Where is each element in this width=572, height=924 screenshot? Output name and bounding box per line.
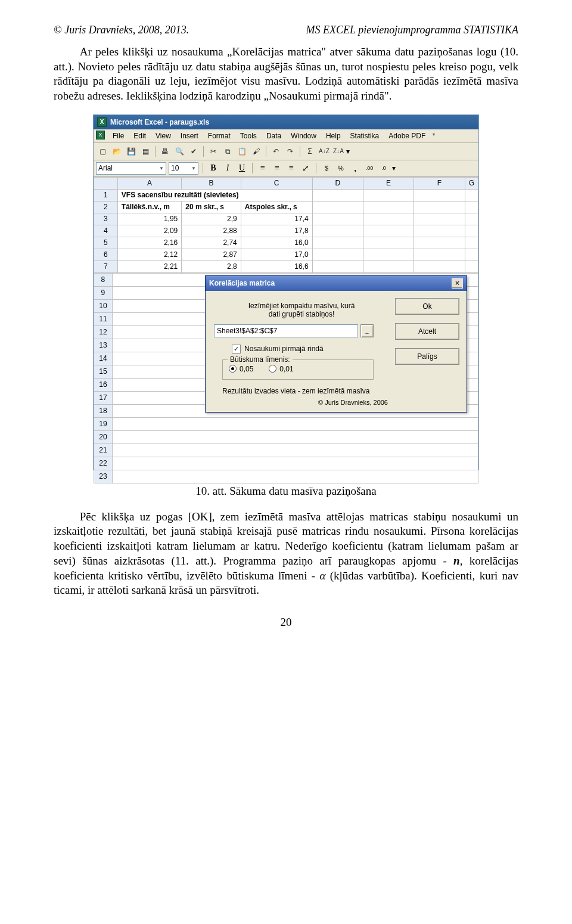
new-icon[interactable]: ▢ bbox=[96, 145, 109, 158]
group-legend: Būtiskuma līmenis: bbox=[228, 355, 293, 364]
spellcheck-icon[interactable]: ✔ bbox=[187, 145, 200, 158]
figure-caption: 10. att. Sākuma datu masīva paziņošana bbox=[54, 485, 518, 498]
menubar: X File Edit View Insert Format Tools Dat… bbox=[94, 129, 478, 143]
korelacijas-dialog: Korelācijas matrica × Iezīmējiet kompakt… bbox=[205, 275, 467, 413]
toolbar-overflow-icon[interactable]: ▾ bbox=[346, 147, 350, 156]
dialog-title: Korelācijas matrica bbox=[209, 279, 275, 287]
table-row[interactable]: 42,092,8817,8 bbox=[94, 225, 478, 237]
preview-icon[interactable]: 🔍 bbox=[173, 145, 186, 158]
dialog-copyright: © Juris Dravnieks, 2006 bbox=[214, 399, 388, 406]
format-painter-icon[interactable]: 🖌 bbox=[250, 145, 263, 158]
underline-icon[interactable]: U bbox=[236, 162, 248, 174]
align-right-icon[interactable]: ≡ bbox=[285, 162, 297, 174]
align-left-icon[interactable]: ≡ bbox=[257, 162, 269, 174]
ok-button[interactable]: Ok bbox=[395, 298, 459, 315]
paragraph-2: Pēc klikšķa uz pogas [OK], zem iezīmētā … bbox=[54, 510, 518, 598]
header-right: MS EXCEL pievienojumprogramma STATISTIKA bbox=[306, 24, 519, 36]
cancel-button[interactable]: Atcelt bbox=[395, 323, 459, 340]
dialog-instruction: Iezīmējiet kompaktu masīvu, kurā dati gr… bbox=[214, 302, 389, 318]
menu-data[interactable]: Data bbox=[262, 131, 285, 141]
header-left: © Juris Dravnieks, 2008, 2013. bbox=[54, 24, 189, 36]
table-row[interactable]: 31,952,917,4 bbox=[94, 213, 478, 225]
align-center-icon[interactable]: ≡ bbox=[271, 162, 283, 174]
dialog-titlebar[interactable]: Korelācijas matrica × bbox=[206, 276, 467, 291]
close-icon[interactable]: × bbox=[452, 278, 463, 289]
currency-icon[interactable]: $ bbox=[321, 162, 332, 174]
open-icon[interactable]: 📂 bbox=[110, 145, 123, 158]
table-row[interactable]: 72,212,816,6 bbox=[94, 261, 478, 272]
col-e[interactable]: E bbox=[363, 177, 414, 189]
dec-decimal-icon[interactable]: .0 bbox=[378, 162, 390, 174]
menu-format[interactable]: Format bbox=[204, 131, 235, 141]
menu-insert[interactable]: Insert bbox=[176, 131, 203, 141]
checkbox-label: Nosaukumi pirmajā rindā bbox=[244, 345, 324, 353]
checkbox-icon: ✓ bbox=[232, 345, 241, 354]
redo-icon[interactable]: ↷ bbox=[284, 145, 297, 158]
font-name-combo[interactable]: Arial▼ bbox=[96, 162, 166, 175]
select-all[interactable] bbox=[94, 177, 118, 189]
menu-statistika[interactable]: Statistika bbox=[346, 131, 384, 141]
col-b[interactable]: B bbox=[182, 177, 241, 189]
autosum-icon[interactable]: Σ bbox=[303, 145, 316, 158]
sort-desc-icon[interactable]: Z↓A bbox=[332, 145, 345, 158]
excel-icon: X bbox=[97, 117, 107, 127]
table-row[interactable]: 2 Tāllēkš.n.v., m 20 m skr., s Atspoles … bbox=[94, 201, 478, 213]
range-picker-icon[interactable]: _ bbox=[360, 324, 374, 337]
col-c[interactable]: C bbox=[241, 177, 312, 189]
save-icon[interactable]: 💾 bbox=[125, 145, 138, 158]
format-toolbar: Arial▼ 10▼ B I U ≡ ≡ ≡ ⤢ $ % , .00 .0 ▾ bbox=[94, 160, 478, 177]
menubar-overflow-icon[interactable]: ▾ bbox=[431, 131, 437, 141]
help-button[interactable]: Palīgs bbox=[395, 348, 459, 365]
menu-help[interactable]: Help bbox=[322, 131, 345, 141]
excel-title: Microsoft Excel - paraugs.xls bbox=[110, 118, 209, 126]
excel-window: X Microsoft Excel - paraugs.xls X File E… bbox=[93, 114, 479, 470]
table-row[interactable]: 62,122,8717,0 bbox=[94, 249, 478, 261]
radio-icon bbox=[229, 365, 237, 373]
col-a[interactable]: A bbox=[117, 177, 181, 189]
workbook-icon: X bbox=[96, 131, 105, 139]
menu-view[interactable]: View bbox=[151, 131, 175, 141]
names-first-row-checkbox[interactable]: ✓ Nosaukumi pirmajā rindā bbox=[232, 345, 389, 354]
radio-005[interactable]: 0,05 bbox=[229, 365, 253, 373]
page-number: 20 bbox=[54, 616, 518, 629]
col-d[interactable]: D bbox=[312, 177, 363, 189]
sort-asc-icon[interactable]: A↓Z bbox=[318, 145, 331, 158]
standard-toolbar: ▢ 📂 💾 ▤ 🖶 🔍 ✔ ✂ ⧉ 📋 🖌 ↶ ↷ Σ A↓Z Z↓A ▾ bbox=[94, 143, 478, 160]
spreadsheet-grid[interactable]: A B C D E F G 1 VFS sacensību rezultāti … bbox=[94, 177, 478, 273]
print-icon[interactable]: 🖶 bbox=[158, 145, 172, 158]
inc-decimal-icon[interactable]: .00 bbox=[363, 162, 375, 174]
col-f[interactable]: F bbox=[414, 177, 465, 189]
font-size-combo[interactable]: 10▼ bbox=[169, 162, 198, 175]
menu-tools[interactable]: Tools bbox=[236, 131, 261, 141]
table-row[interactable]: 52,162,7416,0 bbox=[94, 237, 478, 249]
paste-icon[interactable]: 📋 bbox=[235, 145, 248, 158]
col-g[interactable]: G bbox=[465, 177, 478, 189]
undo-icon[interactable]: ↶ bbox=[269, 145, 282, 158]
menu-file[interactable]: File bbox=[108, 131, 128, 141]
excel-titlebar: X Microsoft Excel - paraugs.xls bbox=[94, 115, 478, 129]
menu-edit[interactable]: Edit bbox=[129, 131, 150, 141]
range-input[interactable]: Sheet3!$A$2:$C$7 bbox=[214, 324, 358, 337]
percent-icon[interactable]: % bbox=[335, 162, 347, 174]
bold-icon[interactable]: B bbox=[207, 162, 219, 174]
merge-icon[interactable]: ⤢ bbox=[300, 162, 312, 174]
format-overflow-icon[interactable]: ▾ bbox=[392, 164, 396, 172]
cut-icon[interactable]: ✂ bbox=[207, 145, 220, 158]
permission-icon[interactable]: ▤ bbox=[139, 145, 152, 158]
comma-icon[interactable]: , bbox=[349, 162, 361, 174]
copy-icon[interactable]: ⧉ bbox=[221, 145, 234, 158]
paragraph-1: Ar peles klikšķi uz nosaukuma „Korelācij… bbox=[54, 45, 518, 104]
italic-icon[interactable]: I bbox=[222, 162, 234, 174]
radio-001[interactable]: 0,01 bbox=[269, 365, 293, 373]
output-note: Rezultātu izvades vieta - zem iezīmētā m… bbox=[222, 387, 389, 395]
radio-icon bbox=[269, 365, 276, 373]
significance-group: Būtiskuma līmenis: 0,05 0,01 bbox=[222, 359, 374, 380]
table-row[interactable]: 1 VFS sacensību rezultāti (sievietes) bbox=[94, 189, 478, 201]
menu-window[interactable]: Window bbox=[287, 131, 321, 141]
menu-adobe[interactable]: Adobe PDF bbox=[384, 131, 430, 141]
